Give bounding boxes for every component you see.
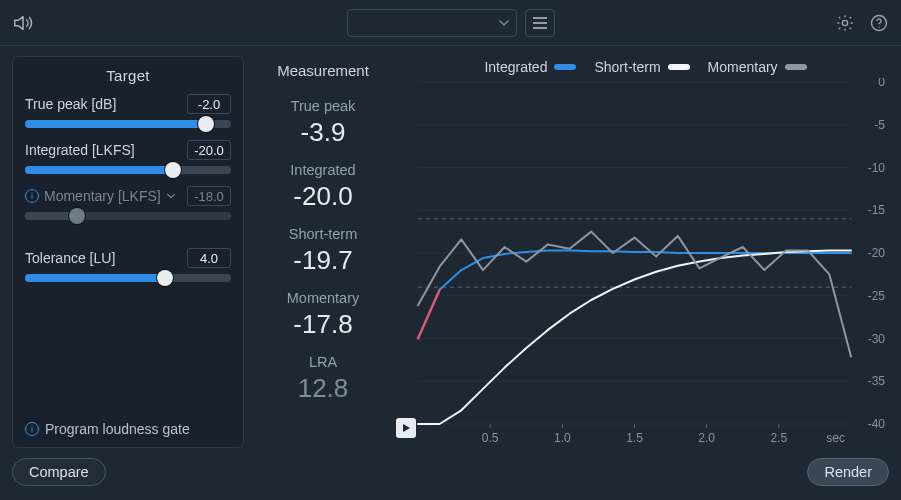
svg-text:-35: -35 <box>868 374 886 388</box>
target-title: Target <box>25 65 231 94</box>
loudness-chart: 0-5-10-15-20-25-30-35-400.51.01.52.02.5s… <box>402 78 889 448</box>
hamburger-icon <box>532 16 548 30</box>
chart-panel: Integrated Short-term Momentary 0-5-10-1… <box>402 56 889 448</box>
help-button[interactable] <box>869 13 889 33</box>
gear-icon <box>835 13 855 33</box>
measure-lra-value: 12.8 <box>298 375 349 401</box>
momentary-slider: i Momentary [LKFS] -18.0 <box>25 186 231 220</box>
svg-text:-15: -15 <box>868 203 886 217</box>
measure-momentary-value: -17.8 <box>293 311 352 337</box>
legend-short-term: Short-term <box>594 59 689 75</box>
svg-text:-40: -40 <box>868 417 886 431</box>
measure-short-term-value: -19.7 <box>293 247 352 273</box>
svg-text:1.5: 1.5 <box>626 431 643 445</box>
play-button[interactable] <box>396 418 416 438</box>
render-button[interactable]: Render <box>807 458 889 486</box>
preset-select[interactable] <box>347 9 517 37</box>
settings-button[interactable] <box>835 13 855 33</box>
chart-area: 0-5-10-15-20-25-30-35-400.51.01.52.02.5s… <box>402 78 889 448</box>
legend-momentary: Momentary <box>708 59 807 75</box>
svg-text:1.0: 1.0 <box>554 431 571 445</box>
measure-short-term-label: Short-term <box>289 226 358 242</box>
momentary-label: i Momentary [LKFS] <box>25 188 176 204</box>
legend-integrated: Integrated <box>484 59 576 75</box>
svg-point-6 <box>878 26 879 27</box>
svg-text:-20: -20 <box>868 246 886 260</box>
true-peak-slider: True peak [dB] -2.0 <box>25 94 231 128</box>
integrated-value[interactable]: -20.0 <box>187 140 231 160</box>
svg-text:0.5: 0.5 <box>482 431 499 445</box>
svg-marker-38 <box>403 424 410 432</box>
measure-true-peak-label: True peak <box>291 98 356 114</box>
measure-true-peak-value: -3.9 <box>301 119 346 145</box>
program-loudness-gate[interactable]: i Program loudness gate <box>25 421 231 437</box>
svg-text:2.5: 2.5 <box>770 431 787 445</box>
speaker-icon[interactable] <box>12 12 34 34</box>
chevron-down-icon[interactable] <box>166 191 176 201</box>
target-panel: Target True peak [dB] -2.0 Integrated [L… <box>12 56 244 448</box>
true-peak-label: True peak [dB] <box>25 96 116 112</box>
play-icon <box>401 423 411 433</box>
momentary-track[interactable] <box>25 212 231 220</box>
svg-text:sec: sec <box>826 431 845 445</box>
measure-lra-label: LRA <box>309 354 337 370</box>
momentary-value[interactable]: -18.0 <box>187 186 231 206</box>
svg-text:0: 0 <box>878 78 885 89</box>
tolerance-value[interactable]: 4.0 <box>187 248 231 268</box>
true-peak-track[interactable] <box>25 120 231 128</box>
integrated-slider: Integrated [LKFS] -20.0 <box>25 140 231 174</box>
gate-label: Program loudness gate <box>45 421 190 437</box>
measure-integrated-label: Integrated <box>290 162 355 178</box>
measurement-title: Measurement <box>277 62 369 81</box>
svg-text:2.0: 2.0 <box>698 431 715 445</box>
momentary-info-icon[interactable]: i <box>25 189 39 203</box>
tolerance-label: Tolerance [LU] <box>25 250 115 266</box>
main-area: Target True peak [dB] -2.0 Integrated [L… <box>0 46 901 452</box>
tolerance-slider: Tolerance [LU] 4.0 <box>25 248 231 282</box>
svg-text:-30: -30 <box>868 332 886 346</box>
true-peak-value[interactable]: -2.0 <box>187 94 231 114</box>
tolerance-track[interactable] <box>25 274 231 282</box>
help-icon <box>869 13 889 33</box>
svg-text:-10: -10 <box>868 161 886 175</box>
svg-marker-0 <box>15 16 23 29</box>
integrated-track[interactable] <box>25 166 231 174</box>
integrated-label: Integrated [LKFS] <box>25 142 135 158</box>
measure-momentary-label: Momentary <box>287 290 360 306</box>
measurement-panel: Measurement True peak -3.9 Integrated -2… <box>258 56 388 448</box>
svg-text:-5: -5 <box>874 118 885 132</box>
compare-button[interactable]: Compare <box>12 458 106 486</box>
preset-menu-button[interactable] <box>525 9 555 37</box>
measure-integrated-value: -20.0 <box>293 183 352 209</box>
svg-point-4 <box>842 20 847 25</box>
footer-bar: Compare Render <box>0 452 901 500</box>
chart-legend: Integrated Short-term Momentary <box>402 56 889 78</box>
svg-text:-25: -25 <box>868 289 886 303</box>
chevron-down-icon <box>498 17 510 29</box>
top-bar <box>0 0 901 46</box>
gate-info-icon: i <box>25 422 39 436</box>
